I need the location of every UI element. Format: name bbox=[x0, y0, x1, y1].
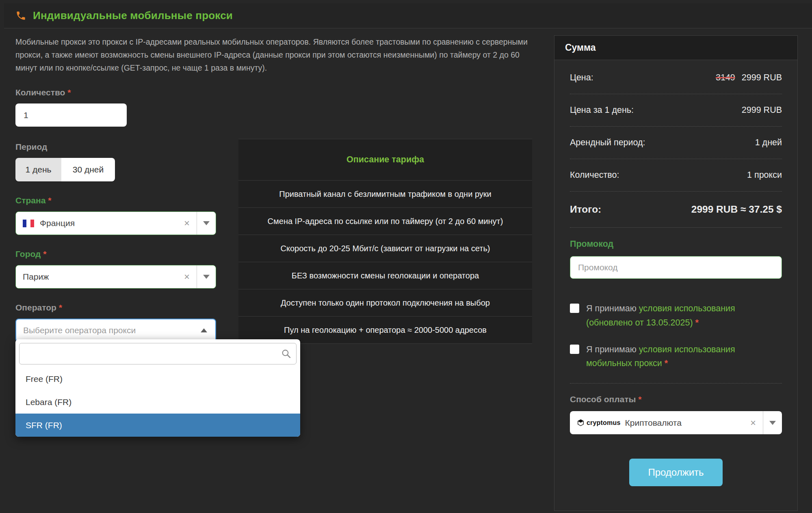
country-value: Франция bbox=[40, 218, 75, 228]
promo-input[interactable] bbox=[570, 256, 782, 279]
france-flag-icon bbox=[23, 220, 34, 227]
summary-row-price: Цена: 3149 2999 RUB bbox=[570, 62, 782, 94]
clear-icon[interactable]: × bbox=[177, 218, 197, 228]
phone-icon bbox=[15, 10, 26, 21]
required-asterisk: * bbox=[695, 318, 699, 328]
tariff-table: Описание тарифа Приватный канал с безлим… bbox=[238, 139, 532, 344]
continue-button[interactable]: Продолжить bbox=[629, 459, 722, 486]
payment-method-select[interactable]: cryptomus Криптовалюта × bbox=[570, 411, 782, 434]
operator-select[interactable]: Выберите оператора прокси bbox=[15, 319, 216, 342]
mobile-terms-checkbox[interactable] bbox=[570, 345, 579, 354]
required-asterisk: * bbox=[67, 88, 71, 97]
chevron-down-icon bbox=[203, 221, 210, 225]
intro-description: Мобильные прокси это прокси с IP-адресам… bbox=[15, 36, 539, 74]
period-toggle: 1 день 30 дней bbox=[15, 158, 115, 181]
required-asterisk: * bbox=[638, 394, 641, 404]
period-option-30-days[interactable]: 30 дней bbox=[61, 158, 115, 181]
total-value: 2999 RUB ≈ 37.25 $ bbox=[691, 204, 782, 215]
quantity-label: Количество * bbox=[15, 88, 216, 97]
terms-checkbox-row: Я принимаю условия использования (обновл… bbox=[570, 302, 782, 330]
operator-option-sfr[interactable]: SFR (FR) bbox=[15, 414, 300, 437]
required-asterisk: * bbox=[43, 249, 46, 259]
period-option-1-day[interactable]: 1 день bbox=[15, 158, 61, 181]
payment-dropdown-button[interactable] bbox=[763, 421, 782, 425]
summary-row-quantity: Количество: 1 прокси bbox=[570, 159, 782, 192]
period-label: Период bbox=[15, 142, 216, 152]
total-label: Итого: bbox=[570, 204, 601, 215]
divider bbox=[570, 383, 782, 384]
page-header: Индивидуальные мобильные прокси bbox=[4, 3, 812, 28]
summary-row-value: 1 дней bbox=[755, 138, 782, 148]
terms-checkbox[interactable] bbox=[570, 304, 579, 313]
city-dropdown-button[interactable] bbox=[197, 275, 216, 279]
tariff-row: Смена IP-адреса по ссылке или по таймеру… bbox=[238, 208, 532, 235]
operator-placeholder: Выберите оператора прокси bbox=[23, 325, 136, 335]
required-asterisk: * bbox=[59, 303, 62, 312]
page-title: Индивидуальные мобильные прокси bbox=[33, 9, 233, 22]
required-asterisk: * bbox=[665, 358, 668, 368]
operator-dropdown-panel: Free (FR) Lebara (FR) SFR (FR) bbox=[15, 339, 300, 437]
summary-row-label: Арендный период: bbox=[570, 138, 645, 148]
clear-icon[interactable]: × bbox=[743, 418, 763, 428]
mobile-terms-text: Я принимаю условия использования мобильн… bbox=[586, 343, 782, 371]
summary-title: Сумма bbox=[554, 36, 797, 60]
terms-text: Я принимаю условия использования (обновл… bbox=[586, 302, 782, 330]
clear-icon[interactable]: × bbox=[177, 272, 197, 282]
old-price: 3149 bbox=[716, 73, 735, 82]
search-icon bbox=[281, 349, 291, 359]
tariff-row: БЕЗ возможности смены геолокации и опера… bbox=[238, 262, 532, 289]
chevron-down-icon bbox=[203, 275, 210, 279]
payment-method-value: Криптовалюта bbox=[625, 418, 682, 428]
summary-row-label: Цена: bbox=[570, 73, 593, 83]
operator-option-free[interactable]: Free (FR) bbox=[15, 367, 300, 390]
summary-panel: Сумма Цена: 3149 2999 RUB Цена за 1 день… bbox=[554, 35, 798, 511]
promo-label: Промокод bbox=[570, 239, 782, 249]
summary-row-rent-period: Арендный период: 1 дней bbox=[570, 127, 782, 159]
summary-row-label: Цена за 1 день: bbox=[570, 105, 634, 115]
order-form: Количество * Период 1 день 30 дней Стран… bbox=[15, 88, 216, 342]
city-label: Город * bbox=[15, 249, 216, 259]
cryptomus-logo: cryptomus bbox=[577, 419, 621, 427]
required-asterisk: * bbox=[48, 196, 51, 205]
quantity-input[interactable] bbox=[15, 103, 127, 127]
tariff-row: Приватный канал с безлимитным трафиком в… bbox=[238, 181, 532, 208]
payment-method-label: Способ оплаты * bbox=[570, 394, 782, 404]
summary-row-value: 3149 2999 RUB bbox=[716, 73, 782, 83]
country-select[interactable]: Франция × bbox=[15, 211, 216, 235]
country-label: Страна * bbox=[15, 196, 216, 205]
country-dropdown-button[interactable] bbox=[197, 221, 216, 225]
cube-icon bbox=[577, 419, 585, 427]
tariff-row: Доступен только один протокол подключени… bbox=[238, 289, 532, 317]
chevron-down-icon bbox=[769, 421, 776, 425]
mobile-terms-checkbox-row: Я принимаю условия использования мобильн… bbox=[570, 343, 782, 371]
summary-row-label: Количество: bbox=[570, 170, 619, 180]
summary-row-value: 1 прокси bbox=[747, 170, 782, 180]
operator-search-input[interactable] bbox=[19, 343, 297, 364]
tariff-row: Скорость до 20-25 Мбит/с (зависит от наг… bbox=[238, 235, 532, 262]
city-select[interactable]: Париж × bbox=[15, 265, 216, 289]
tariff-title: Описание тарифа bbox=[238, 139, 532, 181]
summary-row-value: 2999 RUB bbox=[742, 105, 782, 115]
chevron-up-icon bbox=[201, 328, 207, 332]
operator-option-lebara[interactable]: Lebara (FR) bbox=[15, 390, 300, 414]
summary-row-total: Итого: 2999 RUB ≈ 37.25 $ bbox=[570, 192, 782, 228]
summary-row-price-per-day: Цена за 1 день: 2999 RUB bbox=[570, 94, 782, 127]
operator-label: Оператор * bbox=[15, 303, 216, 313]
city-value: Париж bbox=[23, 272, 49, 282]
